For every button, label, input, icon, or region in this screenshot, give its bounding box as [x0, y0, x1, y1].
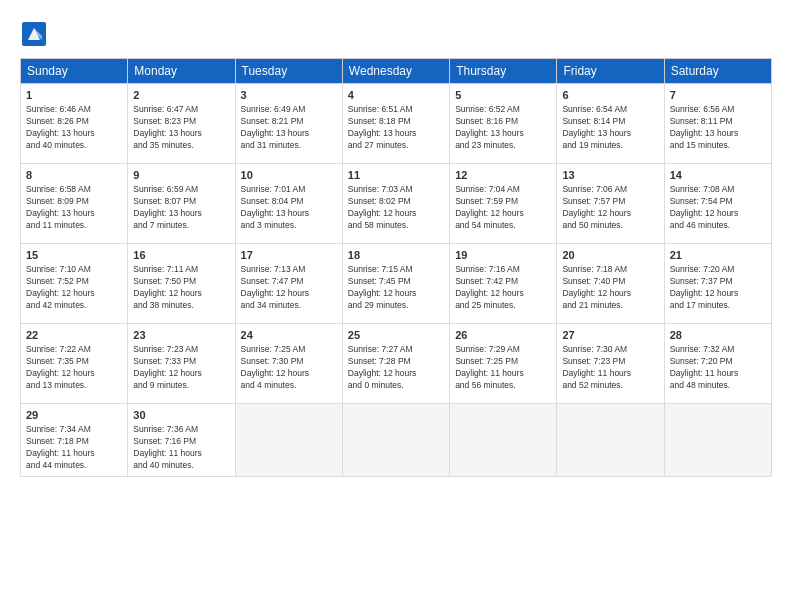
calendar-cell-2-1: 8Sunrise: 6:58 AM Sunset: 8:09 PM Daylig… — [21, 164, 128, 244]
day-info: Sunrise: 6:47 AM Sunset: 8:23 PM Dayligh… — [133, 104, 229, 152]
day-info: Sunrise: 7:29 AM Sunset: 7:25 PM Dayligh… — [455, 344, 551, 392]
calendar-cell-4-5: 26Sunrise: 7:29 AM Sunset: 7:25 PM Dayli… — [450, 324, 557, 404]
day-number: 29 — [26, 408, 122, 423]
calendar-cell-4-3: 24Sunrise: 7:25 AM Sunset: 7:30 PM Dayli… — [235, 324, 342, 404]
calendar-cell-5-7 — [664, 404, 771, 477]
day-number: 30 — [133, 408, 229, 423]
day-info: Sunrise: 7:10 AM Sunset: 7:52 PM Dayligh… — [26, 264, 122, 312]
day-info: Sunrise: 6:46 AM Sunset: 8:26 PM Dayligh… — [26, 104, 122, 152]
day-number: 15 — [26, 248, 122, 263]
day-number: 5 — [455, 88, 551, 103]
calendar-cell-2-5: 12Sunrise: 7:04 AM Sunset: 7:59 PM Dayli… — [450, 164, 557, 244]
calendar-cell-2-2: 9Sunrise: 6:59 AM Sunset: 8:07 PM Daylig… — [128, 164, 235, 244]
day-header-thursday: Thursday — [450, 59, 557, 84]
calendar-cell-1-1: 1Sunrise: 6:46 AM Sunset: 8:26 PM Daylig… — [21, 84, 128, 164]
calendar-cell-1-4: 4Sunrise: 6:51 AM Sunset: 8:18 PM Daylig… — [342, 84, 449, 164]
day-info: Sunrise: 6:54 AM Sunset: 8:14 PM Dayligh… — [562, 104, 658, 152]
day-number: 11 — [348, 168, 444, 183]
day-info: Sunrise: 7:08 AM Sunset: 7:54 PM Dayligh… — [670, 184, 766, 232]
day-number: 18 — [348, 248, 444, 263]
calendar-cell-1-6: 6Sunrise: 6:54 AM Sunset: 8:14 PM Daylig… — [557, 84, 664, 164]
day-info: Sunrise: 7:34 AM Sunset: 7:18 PM Dayligh… — [26, 424, 122, 472]
day-info: Sunrise: 7:01 AM Sunset: 8:04 PM Dayligh… — [241, 184, 337, 232]
day-number: 23 — [133, 328, 229, 343]
day-info: Sunrise: 6:49 AM Sunset: 8:21 PM Dayligh… — [241, 104, 337, 152]
calendar-cell-3-6: 20Sunrise: 7:18 AM Sunset: 7:40 PM Dayli… — [557, 244, 664, 324]
calendar-week-2: 8Sunrise: 6:58 AM Sunset: 8:09 PM Daylig… — [21, 164, 772, 244]
day-info: Sunrise: 7:18 AM Sunset: 7:40 PM Dayligh… — [562, 264, 658, 312]
day-number: 24 — [241, 328, 337, 343]
day-header-friday: Friday — [557, 59, 664, 84]
day-info: Sunrise: 7:04 AM Sunset: 7:59 PM Dayligh… — [455, 184, 551, 232]
calendar-cell-5-2: 30Sunrise: 7:36 AM Sunset: 7:16 PM Dayli… — [128, 404, 235, 477]
calendar-cell-1-7: 7Sunrise: 6:56 AM Sunset: 8:11 PM Daylig… — [664, 84, 771, 164]
calendar-cell-1-3: 3Sunrise: 6:49 AM Sunset: 8:21 PM Daylig… — [235, 84, 342, 164]
day-number: 9 — [133, 168, 229, 183]
day-number: 6 — [562, 88, 658, 103]
day-number: 19 — [455, 248, 551, 263]
calendar-cell-4-4: 25Sunrise: 7:27 AM Sunset: 7:28 PM Dayli… — [342, 324, 449, 404]
calendar-header-row: SundayMondayTuesdayWednesdayThursdayFrid… — [21, 59, 772, 84]
day-number: 14 — [670, 168, 766, 183]
day-info: Sunrise: 7:06 AM Sunset: 7:57 PM Dayligh… — [562, 184, 658, 232]
day-header-tuesday: Tuesday — [235, 59, 342, 84]
calendar-cell-4-6: 27Sunrise: 7:30 AM Sunset: 7:23 PM Dayli… — [557, 324, 664, 404]
day-info: Sunrise: 7:27 AM Sunset: 7:28 PM Dayligh… — [348, 344, 444, 392]
day-number: 13 — [562, 168, 658, 183]
day-header-sunday: Sunday — [21, 59, 128, 84]
day-number: 1 — [26, 88, 122, 103]
day-info: Sunrise: 6:59 AM Sunset: 8:07 PM Dayligh… — [133, 184, 229, 232]
day-info: Sunrise: 7:23 AM Sunset: 7:33 PM Dayligh… — [133, 344, 229, 392]
calendar-cell-2-3: 10Sunrise: 7:01 AM Sunset: 8:04 PM Dayli… — [235, 164, 342, 244]
calendar-cell-5-5 — [450, 404, 557, 477]
day-info: Sunrise: 7:22 AM Sunset: 7:35 PM Dayligh… — [26, 344, 122, 392]
calendar-cell-3-5: 19Sunrise: 7:16 AM Sunset: 7:42 PM Dayli… — [450, 244, 557, 324]
day-info: Sunrise: 7:15 AM Sunset: 7:45 PM Dayligh… — [348, 264, 444, 312]
day-info: Sunrise: 7:36 AM Sunset: 7:16 PM Dayligh… — [133, 424, 229, 472]
logo — [20, 20, 52, 48]
calendar-cell-4-7: 28Sunrise: 7:32 AM Sunset: 7:20 PM Dayli… — [664, 324, 771, 404]
calendar-week-1: 1Sunrise: 6:46 AM Sunset: 8:26 PM Daylig… — [21, 84, 772, 164]
calendar-cell-5-6 — [557, 404, 664, 477]
page: SundayMondayTuesdayWednesdayThursdayFrid… — [0, 0, 792, 612]
calendar-cell-5-4 — [342, 404, 449, 477]
day-info: Sunrise: 7:13 AM Sunset: 7:47 PM Dayligh… — [241, 264, 337, 312]
header — [20, 16, 772, 48]
day-info: Sunrise: 6:58 AM Sunset: 8:09 PM Dayligh… — [26, 184, 122, 232]
day-number: 12 — [455, 168, 551, 183]
day-info: Sunrise: 7:03 AM Sunset: 8:02 PM Dayligh… — [348, 184, 444, 232]
day-number: 17 — [241, 248, 337, 263]
day-number: 2 — [133, 88, 229, 103]
day-header-monday: Monday — [128, 59, 235, 84]
calendar-cell-1-2: 2Sunrise: 6:47 AM Sunset: 8:23 PM Daylig… — [128, 84, 235, 164]
calendar-cell-3-3: 17Sunrise: 7:13 AM Sunset: 7:47 PM Dayli… — [235, 244, 342, 324]
day-number: 16 — [133, 248, 229, 263]
day-number: 22 — [26, 328, 122, 343]
day-number: 4 — [348, 88, 444, 103]
calendar-cell-2-6: 13Sunrise: 7:06 AM Sunset: 7:57 PM Dayli… — [557, 164, 664, 244]
calendar-cell-1-5: 5Sunrise: 6:52 AM Sunset: 8:16 PM Daylig… — [450, 84, 557, 164]
calendar-week-3: 15Sunrise: 7:10 AM Sunset: 7:52 PM Dayli… — [21, 244, 772, 324]
day-info: Sunrise: 6:56 AM Sunset: 8:11 PM Dayligh… — [670, 104, 766, 152]
calendar-week-5: 29Sunrise: 7:34 AM Sunset: 7:18 PM Dayli… — [21, 404, 772, 477]
day-number: 21 — [670, 248, 766, 263]
day-number: 26 — [455, 328, 551, 343]
day-number: 3 — [241, 88, 337, 103]
day-header-saturday: Saturday — [664, 59, 771, 84]
day-number: 10 — [241, 168, 337, 183]
calendar-cell-4-2: 23Sunrise: 7:23 AM Sunset: 7:33 PM Dayli… — [128, 324, 235, 404]
day-info: Sunrise: 6:52 AM Sunset: 8:16 PM Dayligh… — [455, 104, 551, 152]
day-number: 7 — [670, 88, 766, 103]
logo-icon — [20, 20, 48, 48]
calendar-cell-5-1: 29Sunrise: 7:34 AM Sunset: 7:18 PM Dayli… — [21, 404, 128, 477]
day-info: Sunrise: 7:16 AM Sunset: 7:42 PM Dayligh… — [455, 264, 551, 312]
calendar-cell-2-7: 14Sunrise: 7:08 AM Sunset: 7:54 PM Dayli… — [664, 164, 771, 244]
calendar-cell-3-7: 21Sunrise: 7:20 AM Sunset: 7:37 PM Dayli… — [664, 244, 771, 324]
day-info: Sunrise: 7:30 AM Sunset: 7:23 PM Dayligh… — [562, 344, 658, 392]
calendar-cell-2-4: 11Sunrise: 7:03 AM Sunset: 8:02 PM Dayli… — [342, 164, 449, 244]
day-number: 25 — [348, 328, 444, 343]
day-info: Sunrise: 6:51 AM Sunset: 8:18 PM Dayligh… — [348, 104, 444, 152]
day-info: Sunrise: 7:11 AM Sunset: 7:50 PM Dayligh… — [133, 264, 229, 312]
calendar: SundayMondayTuesdayWednesdayThursdayFrid… — [20, 58, 772, 477]
day-header-wednesday: Wednesday — [342, 59, 449, 84]
